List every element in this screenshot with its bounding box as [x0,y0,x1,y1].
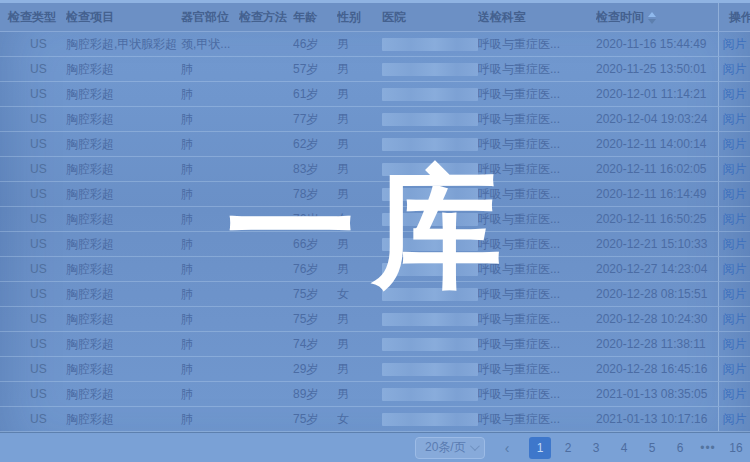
cell-exam-time: 2020-11-25 13:50:01 [596,57,718,81]
cell-department: 呼吸与重症医... [478,107,596,131]
view-film-link[interactable]: 阅片 [723,207,747,231]
sort-descending-icon [648,19,656,24]
view-film-link[interactable]: 阅片 [723,282,747,306]
hospital-redacted-blur [382,413,478,426]
hospital-redacted-blur [382,113,478,126]
cell-exam-type: US [0,182,66,206]
cell-organ-part: 肺 [181,157,239,181]
hospital-redacted-blur [382,238,478,251]
hospital-redacted-blur [382,138,478,151]
view-film-link[interactable]: 阅片 [723,257,747,281]
cell-exam-time: 2021-01-13 08:35:05 [596,382,718,406]
view-film-link[interactable]: 阅片 [723,57,747,81]
cell-exam-project: 胸腔彩超 [66,207,181,231]
page-button-2[interactable]: 2 [557,437,579,459]
cell-department: 呼吸与重症医... [478,407,596,431]
cell-organ-part: 颈,甲状... [181,32,239,56]
hospital-redacted-blur [382,363,478,376]
cell-exam-type: US [0,357,66,381]
view-film-link[interactable]: 阅片 [723,332,747,356]
page-button-16[interactable]: 16 [725,437,747,459]
table-row: US 胸腔彩超 肺 89岁 男 呼吸与重症医... 2021-01-13 08:… [0,382,750,407]
cell-department: 呼吸与重症医... [478,382,596,406]
cell-exam-method [239,407,293,431]
cell-action: 阅片 [718,207,750,231]
page-button-5[interactable]: 5 [641,437,663,459]
cell-gender: 女 [337,407,382,431]
cell-hospital [382,257,478,281]
cell-organ-part: 肺 [181,182,239,206]
view-film-link[interactable]: 阅片 [723,382,747,406]
cell-age: 66岁 [293,232,337,256]
cell-action: 阅片 [718,357,750,381]
cell-age: 76岁 [293,207,337,231]
hospital-redacted-blur [382,338,478,351]
page-button-3[interactable]: 3 [585,437,607,459]
sorter-icon[interactable] [648,12,656,24]
cell-department: 呼吸与重症医... [478,157,596,181]
cell-exam-method [239,132,293,156]
view-film-link[interactable]: 阅片 [723,82,747,106]
table-row: US 胸腔彩超 肺 75岁 女 呼吸与重症医... 2021-01-13 10:… [0,407,750,432]
cell-exam-project: 胸腔彩超 [66,307,181,331]
cell-action: 阅片 [718,82,750,106]
page-button-6[interactable]: 6 [669,437,691,459]
view-film-link[interactable]: 阅片 [723,32,747,56]
cell-gender: 男 [337,132,382,156]
cell-exam-method [239,382,293,406]
cell-exam-project: 胸腔彩超 [66,332,181,356]
view-film-link[interactable]: 阅片 [723,182,747,206]
column-header-gender: 性别 [337,3,382,31]
cell-organ-part: 肺 [181,132,239,156]
cell-action: 阅片 [718,57,750,81]
table-row: US 胸腔彩超 肺 76岁 男 呼吸与重症医... 2020-12-27 14:… [0,257,750,282]
view-film-link[interactable]: 阅片 [723,357,747,381]
cell-exam-method [239,232,293,256]
view-film-link[interactable]: 阅片 [723,107,747,131]
view-film-link[interactable]: 阅片 [723,157,747,181]
page-button-1[interactable]: 1 [529,437,551,459]
cell-hospital [382,307,478,331]
cell-organ-part: 肺 [181,207,239,231]
table-row: US 胸腔彩超 肺 66岁 男 呼吸与重症医... 2020-12-21 15:… [0,232,750,257]
cell-exam-project: 胸腔彩超 [66,357,181,381]
view-film-link[interactable]: 阅片 [723,407,747,431]
cell-action: 阅片 [718,332,750,356]
cell-action: 阅片 [718,32,750,56]
cell-action: 阅片 [718,382,750,406]
hospital-redacted-blur [382,88,478,101]
cell-age: 62岁 [293,132,337,156]
cell-hospital [382,32,478,56]
cell-exam-method [239,32,293,56]
cell-action: 阅片 [718,232,750,256]
view-film-link[interactable]: 阅片 [723,232,747,256]
view-film-link[interactable]: 阅片 [723,132,747,156]
previous-page-button[interactable]: ‹ [500,440,514,456]
cell-hospital [382,132,478,156]
cell-exam-method [239,182,293,206]
table-row: US 胸腔彩超 肺 77岁 男 呼吸与重症医... 2020-12-04 19:… [0,107,750,132]
table-row: US 胸腔彩超 肺 83岁 男 呼吸与重症医... 2020-12-11 16:… [0,157,750,182]
view-film-link[interactable]: 阅片 [723,307,747,331]
cell-exam-time: 2020-12-01 11:14:21 [596,82,718,106]
cell-exam-time: 2020-12-21 15:10:33 [596,232,718,256]
column-header-exam-time[interactable]: 检查时间 [596,3,718,31]
cell-organ-part: 肺 [181,357,239,381]
cell-gender: 女 [337,282,382,306]
cell-gender: 男 [337,357,382,381]
cell-exam-method [239,157,293,181]
cell-exam-time: 2020-12-28 16:45:16 [596,357,718,381]
page-size-label: 20条/页 [425,439,466,456]
cell-exam-type: US [0,57,66,81]
page-button-4[interactable]: 4 [613,437,635,459]
pagination-bar: 20条/页 ‹ 123456•••16 [0,432,750,462]
column-header-organ-part: 器官部位 [181,3,239,31]
cell-organ-part: 肺 [181,382,239,406]
cell-age: 78岁 [293,182,337,206]
cell-age: 77岁 [293,107,337,131]
cell-department: 呼吸与重症医... [478,257,596,281]
table-row: US 胸腔彩超 肺 74岁 男 呼吸与重症医... 2020-12-28 11:… [0,332,750,357]
cell-hospital [382,332,478,356]
page-size-select[interactable]: 20条/页 [415,437,485,459]
cell-organ-part: 肺 [181,82,239,106]
